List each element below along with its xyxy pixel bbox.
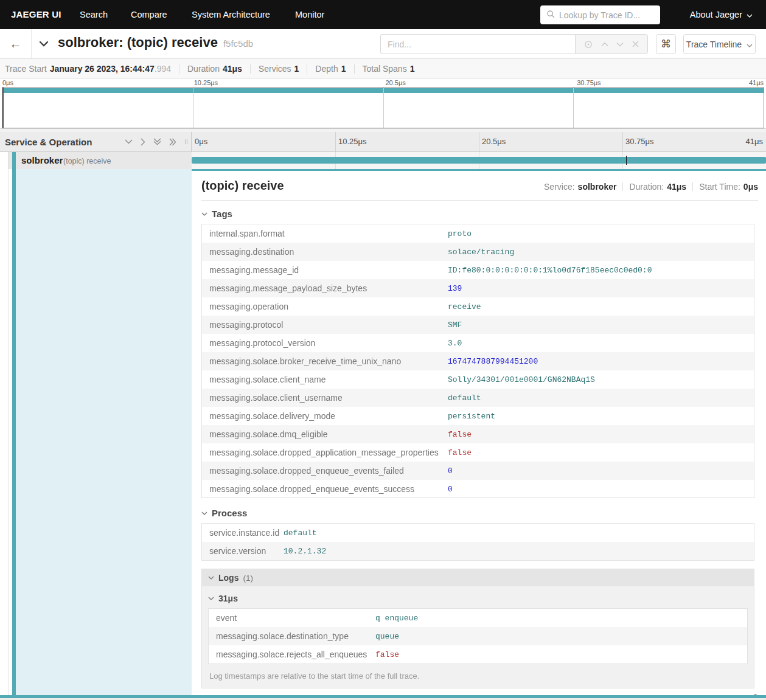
timeline-tick: 10.25μs	[338, 137, 367, 146]
kv-value: 10.2.1.32	[284, 546, 326, 556]
timeline-ticks-header: 0μs 10.25μs 20.5μs 30.75μs 41μs	[192, 132, 766, 151]
tags-table[interactable]: internal.span.formatprotomessaging.desti…	[201, 224, 754, 498]
kv-row: messaging.solace.delivery_modepersistent	[202, 407, 754, 425]
span-timeline-cell[interactable]	[192, 152, 766, 169]
tags-section-toggle[interactable]: Tags	[201, 209, 758, 219]
page-title: solbroker: (topic) receivef5fc5db	[58, 35, 253, 50]
service-operation-header: Service & Operation	[0, 132, 192, 151]
collapse-trace-chevron-icon[interactable]	[39, 38, 49, 49]
divider	[201, 200, 758, 201]
span-duration-bar[interactable]	[192, 157, 766, 164]
kv-row: service.version10.2.1.32	[202, 542, 754, 560]
kv-key: service.version	[209, 546, 284, 556]
process-section-title: Process	[212, 508, 247, 518]
collapse-all-icon[interactable]	[153, 138, 161, 145]
logs-count: (1)	[243, 574, 253, 583]
kv-key: messaging.solace.client_name	[209, 375, 448, 384]
tags-section-title: Tags	[212, 209, 232, 219]
timeline-tick: 0μs	[195, 137, 207, 146]
focus-match-icon[interactable]	[584, 40, 593, 49]
timeline-gridline	[479, 132, 479, 151]
timeline-gridline	[335, 132, 336, 151]
kv-value: 3.0	[448, 338, 462, 348]
trace-view-selector[interactable]: Trace Timeline	[683, 34, 756, 54]
find-bar	[380, 34, 648, 54]
trace-id-lookup-input[interactable]: Lookup by Trace ID...	[540, 5, 660, 24]
nav-item-system-architecture[interactable]: System Architecture	[192, 0, 270, 29]
kv-row: messaging.destinationsolace/tracing	[202, 243, 754, 261]
kv-key: messaging.solace.broker_receive_time_uni…	[209, 356, 448, 366]
duration-label: Duration	[187, 64, 220, 74]
process-section-toggle[interactable]: Process	[201, 508, 758, 518]
collapse-one-icon[interactable]	[125, 139, 133, 144]
kv-row: messaging.solace.destination_typequeue	[209, 627, 747, 645]
lookup-placeholder: Lookup by Trace ID...	[559, 10, 640, 20]
span-row[interactable]: solbroker (topic) receive	[0, 152, 766, 169]
kv-key: messaging.solace.destination_type	[216, 631, 375, 641]
divider	[354, 64, 355, 74]
kv-value: proto	[448, 229, 472, 238]
expand-all-icon[interactable]	[169, 138, 176, 146]
expand-one-icon[interactable]	[141, 138, 145, 146]
indent-gutter	[0, 152, 9, 169]
kv-value: 1674747887994451200	[448, 356, 538, 366]
kv-key: service.instance.id	[209, 528, 284, 538]
trace-summary-bar: Trace Start January 26 2023, 16:44:47 .9…	[0, 59, 766, 79]
divider	[250, 64, 251, 74]
kv-value: persistent	[448, 411, 495, 421]
ruler-tick: 0μs	[2, 79, 13, 86]
services-value: 1	[294, 64, 299, 74]
nav-item-monitor[interactable]: Monitor	[295, 0, 324, 29]
next-match-icon[interactable]	[616, 42, 624, 47]
kv-value: false	[448, 429, 472, 439]
find-input[interactable]	[380, 34, 575, 54]
span-name-cell[interactable]: solbroker (topic) receive	[0, 152, 192, 169]
kv-row: messaging.solace.dropped_enqueue_events_…	[202, 462, 754, 480]
logs-section: Logs (1) 31μs eventq enqueuemessaging.so…	[201, 569, 754, 688]
kv-value: default	[448, 393, 481, 403]
divider	[179, 64, 179, 74]
kv-value: false	[375, 650, 399, 659]
kv-key: messaging.protocol_version	[209, 338, 448, 348]
span-operation-name: (topic) receive	[63, 157, 111, 165]
kv-key: messaging.solace.client_username	[209, 393, 448, 403]
kv-row: messaging.solace.broker_receive_time_uni…	[202, 352, 754, 370]
trace-minimap[interactable]	[2, 87, 764, 128]
chevron-down-icon	[201, 511, 207, 515]
kv-value: SMF	[448, 320, 462, 330]
service-value: solbroker	[578, 182, 617, 192]
command-icon: ⌘	[661, 38, 671, 50]
keyboard-shortcuts-button[interactable]: ⌘	[656, 34, 676, 54]
span-detail-meta: Service: solbroker Duration: 41μs Start …	[544, 182, 758, 192]
services-label: Services	[259, 64, 291, 74]
timeline-tick: 30.75μs	[625, 137, 654, 146]
start-time-value: 0μs	[743, 182, 758, 192]
app-logo[interactable]: JAEGER UI	[11, 0, 61, 29]
minimap-ruler: 0μs 10.25μs 20.5μs 30.75μs 41μs	[0, 79, 766, 87]
kv-key: messaging.solace.rejects_all_enqueues	[216, 650, 375, 659]
chevron-down-icon	[201, 212, 207, 216]
total-spans-value: 1	[410, 64, 415, 74]
kv-value: queue	[375, 631, 399, 641]
service-color-bar	[12, 152, 16, 169]
kv-row: messaging.message_idID:fe80:0:0:0:0:0:0:…	[202, 261, 754, 279]
kv-value: default	[284, 528, 317, 538]
logs-body: 31μs eventq enqueuemessaging.solace.dest…	[202, 586, 754, 688]
logs-section-toggle[interactable]: Logs (1)	[202, 569, 754, 586]
kv-row: messaging.protocolSMF	[202, 316, 754, 334]
timeline-tick: 41μs	[746, 137, 763, 146]
nav-item-compare[interactable]: Compare	[131, 0, 167, 29]
minimap-gridline	[193, 88, 193, 128]
nav-item-search[interactable]: Search	[80, 0, 108, 29]
column-resize-handle[interactable]	[185, 139, 187, 144]
duration-label: Duration:	[629, 182, 664, 192]
prev-match-icon[interactable]	[601, 42, 608, 47]
back-button[interactable]: ←	[0, 29, 32, 58]
span-log-marker[interactable]	[626, 156, 627, 165]
minimap-scrubber-handle[interactable]	[2, 88, 4, 128]
minimap-gridline	[383, 88, 384, 128]
clear-find-icon[interactable]	[632, 41, 639, 47]
log-entry-toggle[interactable]: 31μs	[208, 594, 748, 603]
kv-row: messaging.solace.dropped_enqueue_events_…	[202, 480, 754, 498]
about-jaeger-menu[interactable]: About Jaeger	[690, 0, 753, 29]
